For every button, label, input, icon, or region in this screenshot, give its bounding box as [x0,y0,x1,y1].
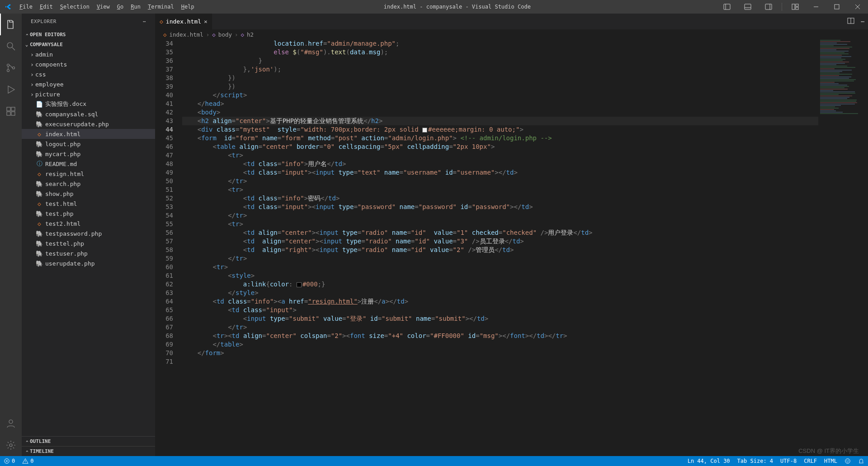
file-item[interactable]: 🐘companysale.sql [22,109,155,119]
explorer-more-icon[interactable]: ⋯ [143,19,146,24]
file-item[interactable]: 🐘testtel.php [22,238,155,248]
svg-rect-19 [7,107,10,111]
status-lang[interactable]: HTML [821,456,841,466]
timeline-label: TIMELINE [30,448,54,454]
breadcrumb-item[interactable]: index.html [170,31,203,38]
minimize-button[interactable] [806,0,826,14]
status-notifications-icon[interactable] [854,456,868,466]
html-file-icon: ◇ [160,18,163,25]
timeline-section[interactable]: ›TIMELINE [22,446,155,456]
menu-terminal[interactable]: Terminal [144,0,178,14]
breadcrumb-item[interactable]: h2 [247,31,254,38]
outline-section[interactable]: ›OUTLINE [22,436,155,446]
svg-marker-18 [8,86,14,93]
status-errors[interactable]: 0 [0,456,19,466]
folder-item[interactable]: › admin [22,49,155,59]
file-icon: 🐘 [35,121,43,128]
menu-help[interactable]: Help [178,0,198,14]
manage-icon[interactable] [0,434,22,456]
project-label: COMPANYSALE [30,42,63,48]
code-editor[interactable]: 3435363738394041424344454647484950515253… [155,39,868,456]
menu-go[interactable]: Go [113,0,127,14]
menu-view[interactable]: View [93,0,113,14]
status-bar: 0 0 Ln 44, Col 30 Tab Size: 4 UTF-8 CRLF… [0,456,868,466]
split-editor-icon[interactable] [847,17,854,26]
svg-rect-10 [835,5,839,9]
status-eol[interactable]: CRLF [800,456,821,466]
status-encoding[interactable]: UTF-8 [777,456,800,466]
file-item[interactable]: 🐘testpassword.php [22,228,155,238]
file-item[interactable]: 🐘mycart.php [22,149,155,159]
status-warnings[interactable]: 0 [19,456,37,466]
open-editors-section[interactable]: ›OPEN EDITORS [22,29,155,39]
toggle-secondary-sidebar-icon[interactable] [758,0,779,14]
svg-rect-8 [796,7,798,10]
file-icon: ◇ [35,220,43,227]
source-control-icon[interactable] [0,57,22,79]
title-bar: File Edit Selection View Go Run Terminal… [0,0,868,14]
svg-point-32 [845,459,850,464]
file-item[interactable]: 🐘test.php [22,209,155,219]
file-item[interactable]: 🐘execuserupdate.php [22,119,155,129]
file-item[interactable]: 🐘show.php [22,189,155,199]
file-item[interactable]: ◇test.html [22,199,155,209]
folder-item[interactable]: › css [22,69,155,79]
vscode-logo-icon [0,3,16,10]
status-cursor[interactable]: Ln 44, Col 30 [684,456,734,466]
file-item[interactable]: ⓘREADME.md [22,159,155,169]
explorer-header: EXPLORER ⋯ [22,14,155,29]
outline-label: OUTLINE [30,438,51,444]
svg-point-24 [9,444,12,447]
file-icon: ◇ [35,131,43,138]
folder-item[interactable]: › compoents [22,59,155,69]
minimap[interactable] [818,39,862,456]
file-item[interactable]: 🐘logout.php [22,139,155,149]
file-item[interactable]: 🐘search.php [22,179,155,189]
file-item[interactable]: ◇index.html [22,129,155,139]
editor-more-icon[interactable]: ⋯ [861,18,864,25]
toggle-panel-icon[interactable] [737,0,758,14]
extensions-icon[interactable] [0,100,22,122]
explorer-icon[interactable] [0,14,22,35]
run-debug-icon[interactable] [0,79,22,100]
svg-point-17 [13,67,15,69]
file-item[interactable]: 🐘userupdate.php [22,258,155,268]
file-icon: 🐘 [35,111,43,118]
file-icon: 📄 [35,101,43,108]
tab-index-html[interactable]: ◇ index.html × [155,14,212,29]
file-tree: › admin› compoents› css› employee› pictu… [22,49,155,268]
toggle-primary-sidebar-icon[interactable] [717,0,737,14]
menu-run[interactable]: Run [127,0,144,14]
breadcrumb[interactable]: ◇ index.html › ◇ body › ◇ h2 [155,29,868,39]
folder-item[interactable]: › picture [22,89,155,99]
menu-selection[interactable]: Selection [57,0,93,14]
file-icon: 🐘 [35,141,43,147]
menu-file[interactable]: File [16,0,36,14]
file-icon: 🐘 [35,260,43,267]
file-item[interactable]: 📄实验报告.docx [22,99,155,109]
file-icon: 🐘 [35,210,43,217]
close-button[interactable] [847,0,868,14]
breadcrumb-item[interactable]: body [218,31,232,38]
project-section[interactable]: ⌄COMPANYSALE [22,39,155,49]
folder-item[interactable]: › employee [22,79,155,89]
menu-edit[interactable]: Edit [36,0,57,14]
file-item[interactable]: 🐘testuser.php [22,248,155,258]
file-item[interactable]: ◇test2.html [22,219,155,228]
close-tab-icon[interactable]: × [204,18,208,25]
open-editors-label: OPEN EDITORS [30,32,66,38]
status-feedback-icon[interactable] [841,456,854,466]
customize-layout-icon[interactable] [785,0,806,14]
svg-line-14 [12,48,15,50]
svg-point-33 [847,460,847,461]
maximize-button[interactable] [826,0,847,14]
accounts-icon[interactable] [0,413,22,434]
search-icon[interactable] [0,35,22,57]
html-element-icon: ◇ [212,31,216,38]
file-icon: ◇ [35,200,43,207]
editor-tabs: ◇ index.html × ⋯ [155,14,868,29]
status-tabsize[interactable]: Tab Size: 4 [734,456,777,466]
file-icon: 🐘 [35,250,43,257]
svg-point-15 [7,64,9,67]
file-item[interactable]: ◇resign.html [22,169,155,179]
